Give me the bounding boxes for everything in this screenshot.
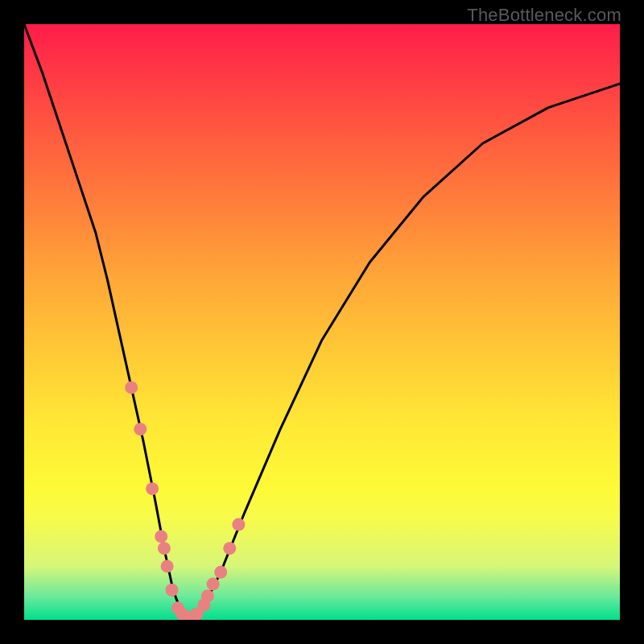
marker-dot xyxy=(232,518,245,531)
marker-dot xyxy=(134,423,147,436)
marker-dot xyxy=(201,589,214,602)
watermark: TheBottleneck.com xyxy=(467,5,621,26)
curve-line xyxy=(24,24,620,620)
chart-frame: TheBottleneck.com xyxy=(0,0,644,644)
marker-dot xyxy=(155,530,167,543)
marker-dot xyxy=(207,578,220,591)
bottleneck-line xyxy=(24,24,620,620)
marker-group xyxy=(125,381,245,620)
marker-dot xyxy=(166,584,179,597)
marker-dot xyxy=(146,482,159,495)
chart-svg xyxy=(24,24,620,620)
marker-dot xyxy=(125,381,138,394)
marker-dot xyxy=(161,559,174,572)
marker-dot xyxy=(158,542,171,555)
marker-dot xyxy=(223,542,236,555)
marker-dot xyxy=(214,566,227,579)
plot-area xyxy=(24,24,620,620)
